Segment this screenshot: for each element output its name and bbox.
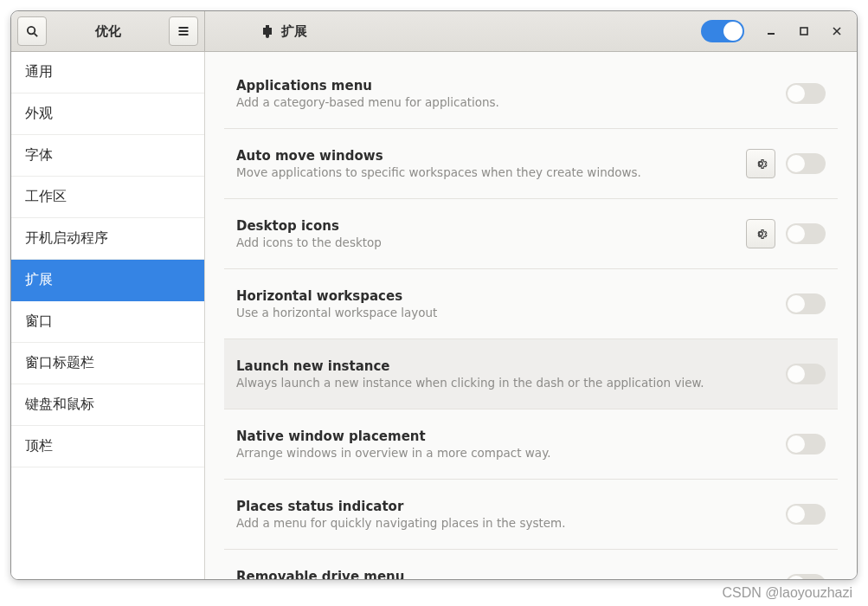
sidebar-item-label: 字体 (25, 147, 53, 163)
extension-desc: Arrange windows in overview in a more co… (236, 446, 775, 460)
window-body: 通用外观字体工作区开机启动程序扩展窗口窗口标题栏键盘和鼠标顶栏 Applicat… (11, 52, 857, 579)
extension-toggle[interactable] (786, 223, 826, 244)
sidebar-item-label: 扩展 (25, 272, 53, 287)
titlebar: 优化 扩展 (11, 11, 857, 52)
content[interactable]: Applications menuAdd a category-based me… (205, 52, 857, 579)
extensions-master-toggle[interactable] (701, 20, 744, 42)
extensions-icon (260, 24, 274, 38)
extension-text: Desktop iconsAdd icons to the desktop (236, 218, 736, 249)
watermark: CSDN @laoyouzhazi (722, 585, 852, 590)
extension-row[interactable]: Desktop iconsAdd icons to the desktop (224, 199, 838, 269)
svg-point-0 (27, 26, 34, 33)
sidebar-item-5[interactable]: 扩展 (11, 260, 204, 301)
minimize-button[interactable] (758, 18, 784, 44)
extension-desc: Add a menu for quickly navigating places… (236, 516, 775, 530)
svg-line-1 (34, 33, 37, 36)
extension-title: Desktop icons (236, 218, 736, 234)
extension-toggle[interactable] (786, 504, 826, 525)
sidebar-item-label: 开机启动程序 (25, 230, 108, 246)
extension-title: Launch new instance (236, 358, 775, 374)
search-button[interactable] (17, 16, 47, 46)
sidebar-item-label: 窗口标题栏 (25, 355, 94, 371)
sidebar-item-7[interactable]: 窗口标题栏 (11, 343, 204, 384)
extension-row[interactable]: Removable drive menuA status menu for ac… (224, 550, 838, 579)
extension-toggle[interactable] (786, 153, 826, 174)
titlebar-left: 优化 (11, 11, 205, 51)
close-button[interactable] (824, 18, 850, 44)
page-title: 扩展 (281, 23, 307, 40)
sidebar-item-8[interactable]: 键盘和鼠标 (11, 384, 204, 426)
sidebar-item-label: 外观 (25, 106, 53, 121)
search-icon (26, 25, 39, 38)
extension-text: Launch new instanceAlways launch a new i… (236, 358, 775, 390)
extension-row[interactable]: Auto move windowsMove applications to sp… (224, 129, 838, 199)
extension-row[interactable]: Horizontal workspacesUse a horizontal wo… (224, 269, 838, 339)
maximize-icon (800, 27, 808, 35)
sidebar-item-1[interactable]: 外观 (11, 93, 204, 135)
extension-toggle[interactable] (786, 83, 826, 104)
extension-toggle[interactable] (786, 364, 826, 384)
extension-toggle[interactable] (786, 434, 826, 455)
sidebar: 通用外观字体工作区开机启动程序扩展窗口窗口标题栏键盘和鼠标顶栏 (11, 52, 205, 579)
sidebar-item-label: 通用 (25, 64, 53, 80)
extension-desc: Always launch a new instance when clicki… (236, 376, 775, 390)
svg-rect-5 (768, 33, 775, 35)
maximize-button[interactable] (791, 18, 817, 44)
app-title: 优化 (53, 23, 163, 40)
sidebar-item-label: 工作区 (25, 189, 67, 204)
extension-row[interactable]: Places status indicatorAdd a menu for qu… (224, 480, 838, 550)
sidebar-item-3[interactable]: 工作区 (11, 177, 204, 218)
extension-desc: Add a category-based menu for applicatio… (236, 95, 775, 109)
extension-title: Places status indicator (236, 499, 775, 514)
sidebar-item-2[interactable]: 字体 (11, 135, 204, 177)
extension-toggle[interactable] (786, 293, 826, 314)
extension-desc: Use a horizontal workspace layout (236, 306, 775, 319)
extension-desc: Add icons to the desktop (236, 235, 736, 249)
extension-toggle[interactable] (786, 574, 826, 579)
extension-settings-button[interactable] (746, 149, 775, 178)
extension-text: Removable drive menuA status menu for ac… (236, 569, 775, 579)
extension-title: Horizontal workspaces (236, 288, 775, 304)
extension-row[interactable]: Launch new instanceAlways launch a new i… (224, 339, 838, 409)
sidebar-item-label: 窗口 (25, 313, 53, 329)
extension-text: Applications menuAdd a category-based me… (236, 78, 775, 109)
gear-icon (754, 227, 768, 241)
minimize-icon (767, 27, 775, 35)
extension-text: Native window placementArrange windows i… (236, 429, 775, 460)
sidebar-item-4[interactable]: 开机启动程序 (11, 218, 204, 260)
close-icon (833, 27, 841, 35)
sidebar-item-0[interactable]: 通用 (11, 52, 204, 93)
svg-rect-6 (800, 28, 807, 35)
menu-button[interactable] (169, 16, 198, 46)
extension-text: Auto move windowsMove applications to sp… (236, 148, 736, 179)
window-controls (758, 18, 850, 44)
extension-row[interactable]: Native window placementArrange windows i… (224, 409, 838, 480)
extension-title: Native window placement (236, 429, 775, 444)
extension-settings-button[interactable] (746, 219, 775, 248)
extension-title: Applications menu (236, 78, 775, 93)
titlebar-right: 扩展 (205, 11, 857, 51)
extension-text: Places status indicatorAdd a menu for qu… (236, 499, 775, 530)
app-window: 优化 扩展 (10, 10, 858, 580)
sidebar-item-6[interactable]: 窗口 (11, 301, 204, 343)
sidebar-item-label: 顶栏 (25, 438, 53, 454)
extension-row[interactable]: Applications menuAdd a category-based me… (224, 59, 838, 129)
extension-title: Removable drive menu (236, 569, 775, 579)
extension-text: Horizontal workspacesUse a horizontal wo… (236, 288, 775, 319)
extension-title: Auto move windows (236, 148, 736, 164)
gear-icon (754, 157, 768, 171)
hamburger-icon (177, 25, 190, 37)
extension-desc: Move applications to specific workspaces… (236, 165, 736, 179)
sidebar-item-label: 键盘和鼠标 (25, 396, 94, 412)
sidebar-item-9[interactable]: 顶栏 (11, 426, 204, 467)
